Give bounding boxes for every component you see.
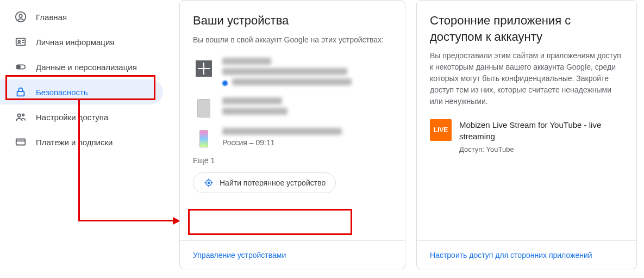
sidebar-item-label: Платежи и подписки bbox=[36, 138, 112, 147]
app-icon-live: LIVE bbox=[430, 119, 452, 141]
apps-card-title: Сторонние приложения с доступом к аккаун… bbox=[430, 13, 623, 45]
find-lost-device-button[interactable]: Найти потерянное устройство bbox=[193, 172, 336, 193]
device-row[interactable]: Россия – 09:11 bbox=[193, 121, 392, 152]
sidebar-item-label: Настройки доступа bbox=[36, 113, 108, 122]
devices-card-footer: Управление устройствами bbox=[180, 240, 405, 269]
device-text-redacted bbox=[222, 58, 392, 89]
manage-devices-link[interactable]: Управление устройствами bbox=[193, 251, 286, 260]
svg-rect-11 bbox=[16, 139, 26, 145]
sidebar-item-personal[interactable]: Личная информация bbox=[0, 29, 163, 54]
device-location-time: Россия – 09:11 bbox=[222, 138, 392, 147]
device-row[interactable] bbox=[193, 91, 392, 121]
sidebar-item-label: Безопасность bbox=[36, 88, 88, 97]
app-access-scope: Доступ: YouTube bbox=[459, 145, 623, 153]
credit-card-icon bbox=[14, 135, 27, 149]
lock-icon bbox=[14, 85, 27, 98]
sidebar-item-sharing[interactable]: Настройки доступа bbox=[0, 104, 163, 129]
app-row[interactable]: LIVE Mobizen Live Stream for YouTube - l… bbox=[430, 107, 623, 153]
people-icon bbox=[14, 110, 27, 123]
id-card-icon bbox=[14, 35, 27, 48]
device-row[interactable] bbox=[193, 51, 392, 91]
find-lost-device-label: Найти потерянное устройство bbox=[220, 178, 326, 187]
sidebar-item-label: Личная информация bbox=[36, 38, 114, 47]
device-text-redacted bbox=[222, 97, 392, 118]
sidebar-item-security[interactable]: Безопасность bbox=[0, 79, 163, 104]
apps-card-footer: Настроить доступ для сторонних приложени… bbox=[417, 240, 636, 269]
devices-card-description: Вы вошли в свой аккаунт Google на этих у… bbox=[193, 34, 392, 46]
devices-more-count: Ещё 1 bbox=[193, 152, 392, 172]
windows-icon bbox=[193, 58, 215, 79]
tablet-icon bbox=[193, 97, 215, 119]
annotation-arrow bbox=[78, 100, 80, 221]
device-name-redacted bbox=[222, 128, 342, 135]
annotation-arrow bbox=[78, 220, 175, 221]
phone-icon bbox=[193, 128, 215, 150]
svg-point-3 bbox=[18, 40, 20, 42]
sidebar-item-label: Главная bbox=[36, 13, 67, 22]
apps-card-description: Вы предоставили этим сайтам и приложения… bbox=[430, 50, 623, 107]
sidebar-item-data[interactable]: Данные и персонализация bbox=[0, 54, 163, 79]
locate-icon bbox=[203, 177, 214, 188]
sidebar-item-payments[interactable]: Платежи и подписки bbox=[0, 129, 163, 155]
third-party-apps-card: Сторонние приложения с доступом к аккаун… bbox=[416, 0, 637, 269]
svg-point-1 bbox=[19, 14, 22, 17]
devices-card: Ваши устройства Вы вошли в свой аккаунт … bbox=[179, 0, 405, 269]
svg-rect-8 bbox=[17, 91, 24, 96]
sidebar-item-label: Данные и персонализация bbox=[36, 63, 137, 72]
app-name: Mobizen Live Stream for YouTube - live s… bbox=[459, 119, 623, 142]
devices-card-title: Ваши устройства bbox=[193, 13, 392, 29]
svg-point-14 bbox=[208, 182, 210, 183]
sidebar-item-home[interactable]: Главная bbox=[0, 4, 163, 29]
svg-point-9 bbox=[18, 114, 21, 118]
toggle-icon bbox=[14, 60, 27, 73]
svg-point-7 bbox=[17, 65, 20, 69]
sidebar-nav: Главная Личная информация Данные и персо… bbox=[0, 0, 163, 155]
manage-third-party-access-link[interactable]: Настроить доступ для сторонних приложени… bbox=[430, 251, 592, 260]
svg-point-10 bbox=[22, 114, 24, 116]
user-circle-icon bbox=[14, 10, 27, 23]
